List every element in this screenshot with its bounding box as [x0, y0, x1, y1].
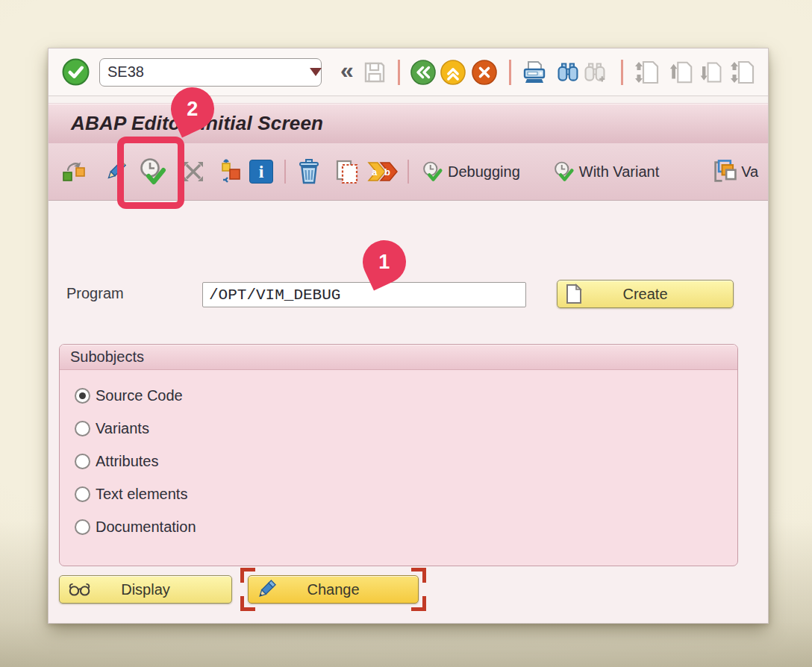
- toolbar-separator: [284, 160, 286, 184]
- radio-button-icon: [75, 519, 90, 535]
- debugging-button[interactable]: Debugging: [421, 160, 520, 183]
- toolbar-separator: [621, 60, 623, 85]
- change-button-wrapper: Change: [248, 575, 419, 604]
- toolbar-separator: [398, 60, 400, 85]
- radio-documentation[interactable]: Documentation: [75, 510, 737, 543]
- rename-icon[interactable]: ab: [367, 158, 400, 185]
- display-button-label: Display: [121, 581, 170, 598]
- toolbar-separator: [407, 160, 409, 184]
- last-page-icon[interactable]: [729, 59, 756, 86]
- info-icon[interactable]: i: [249, 160, 273, 184]
- page-up-icon[interactable]: [669, 60, 694, 85]
- page-title: ABAP Editor: Initial Screen: [71, 112, 323, 135]
- with-variant-label: With Variant: [579, 163, 659, 181]
- command-dropdown-icon[interactable]: [310, 68, 322, 76]
- svg-text:a: a: [372, 166, 378, 178]
- radio-button-icon: [75, 486, 90, 502]
- command-input[interactable]: [107, 63, 305, 81]
- main-content: Program Create Subobjects Source Code: [49, 201, 768, 624]
- radio-source-code[interactable]: Source Code: [75, 379, 737, 412]
- variants-icon: [711, 157, 740, 186]
- radio-variants[interactable]: Variants: [75, 412, 737, 445]
- execute-icon[interactable]: [137, 157, 167, 187]
- sap-gui-window: «: [48, 48, 769, 624]
- radio-button-icon: [75, 421, 90, 436]
- create-button[interactable]: Create: [557, 280, 734, 308]
- execute-check-icon: [552, 160, 575, 183]
- exit-icon[interactable]: [440, 60, 466, 85]
- page-down-icon[interactable]: [699, 60, 723, 84]
- pattern-pencil-icon[interactable]: [102, 158, 128, 185]
- change-button[interactable]: Change: [248, 575, 419, 604]
- find-next-icon[interactable]: [583, 60, 607, 84]
- print-icon[interactable]: [521, 59, 548, 86]
- first-page-icon[interactable]: [634, 59, 660, 86]
- display-button[interactable]: Display: [59, 575, 232, 604]
- system-toolbar: «: [49, 48, 768, 96]
- screen-title-bar: ABAP Editor: Initial Screen: [49, 103, 768, 143]
- other-object-icon[interactable]: [60, 158, 87, 185]
- toolbar-separator: [509, 60, 511, 85]
- create-button-label: Create: [622, 286, 667, 303]
- change-button-label: Change: [307, 581, 359, 598]
- save-icon[interactable]: [362, 60, 387, 85]
- subobjects-header: Subobjects: [60, 345, 737, 370]
- find-icon[interactable]: [556, 60, 580, 84]
- cancel-icon[interactable]: [472, 60, 497, 85]
- collapse-toolbar-icon[interactable]: «: [340, 58, 354, 87]
- radio-button-icon: [75, 454, 90, 469]
- subobjects-options: Source Code Variants Attributes Text ele…: [60, 370, 737, 543]
- runtime-analysis-icon[interactable]: [217, 158, 244, 185]
- program-input[interactable]: [202, 282, 526, 307]
- crossed-arrows-icon[interactable]: [180, 158, 207, 185]
- radio-text-elements[interactable]: Text elements: [75, 477, 737, 510]
- pencil-icon: [256, 579, 277, 600]
- enter-icon[interactable]: [62, 58, 90, 86]
- radio-button-icon: [75, 388, 90, 404]
- glasses-icon: [67, 581, 93, 598]
- subobjects-groupbox: Subobjects Source Code Variants Attribut…: [59, 344, 738, 566]
- variants-label: Va: [741, 163, 758, 181]
- program-label: Program: [66, 285, 124, 302]
- radio-attributes[interactable]: Attributes: [75, 445, 737, 477]
- execute-check-icon: [421, 160, 443, 183]
- command-field[interactable]: [99, 58, 322, 87]
- variants-button[interactable]: Va: [711, 157, 758, 186]
- copy-icon[interactable]: [334, 158, 360, 185]
- delete-icon[interactable]: [296, 158, 322, 185]
- debugging-label: Debugging: [448, 163, 520, 181]
- back-icon[interactable]: [410, 60, 436, 85]
- svg-text:b: b: [384, 166, 390, 178]
- with-variant-button[interactable]: With Variant: [552, 160, 659, 183]
- application-toolbar: i ab Debugging With V: [49, 143, 768, 201]
- subobjects-title: Subobjects: [70, 348, 144, 366]
- new-document-icon: [565, 284, 583, 304]
- desktop-background: «: [0, 0, 812, 667]
- toolbar-gap: [49, 96, 768, 103]
